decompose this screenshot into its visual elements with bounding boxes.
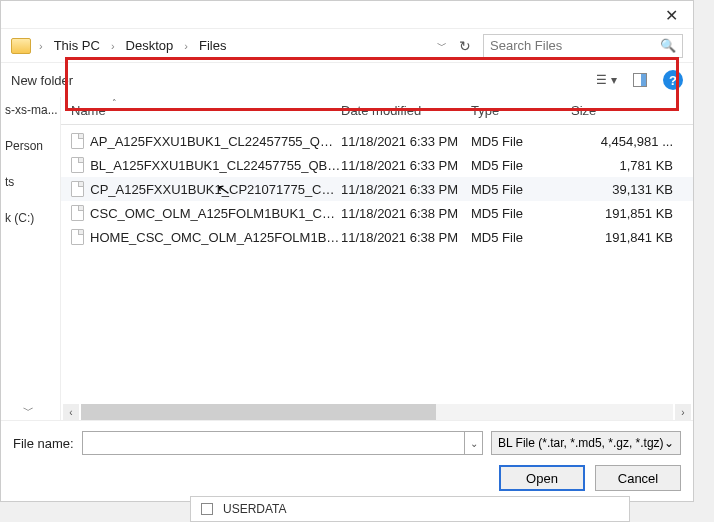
file-row[interactable]: CP_A125FXXU1BUK1_CP21071775_CL22 ... 11/… — [61, 177, 693, 201]
sort-asc-icon: ˄ — [112, 98, 117, 108]
chevron-down-icon: ▾ — [611, 73, 617, 87]
file-name-input[interactable] — [82, 431, 465, 455]
titlebar: ✕ — [1, 1, 693, 29]
horizontal-scrollbar[interactable]: ‹ › — [61, 404, 693, 420]
col-date[interactable]: Date modified — [341, 103, 471, 118]
dialog-footer: File name: ⌄ BL File (*.tar, *.md5, *.gz… — [1, 420, 693, 501]
nav-sidebar: s-xs-ma... Person ts k (C:) ﹀ — [1, 97, 61, 420]
file-icon — [71, 205, 84, 221]
file-type-filter[interactable]: BL File (*.tar, *.md5, *.gz, *.tgz) ⌄ — [491, 431, 681, 455]
crumb-desktop[interactable]: Desktop — [123, 38, 177, 53]
list-icon: ☰ — [596, 73, 607, 87]
crumb-this-pc[interactable]: This PC — [51, 38, 103, 53]
chevron-right-icon: › — [37, 40, 45, 52]
col-size[interactable]: Size — [571, 103, 683, 118]
chevron-right-icon: › — [182, 40, 190, 52]
userdata-label: USERDATA — [223, 502, 287, 516]
sidebar-item[interactable]: s-xs-ma... — [5, 103, 56, 117]
file-icon — [71, 181, 84, 197]
search-placeholder: Search Files — [490, 38, 562, 53]
crumb-files[interactable]: Files — [196, 38, 229, 53]
scroll-left-button[interactable]: ‹ — [63, 404, 79, 420]
file-icon — [71, 133, 84, 149]
chevron-down-icon[interactable]: ﹀ — [23, 403, 34, 418]
folder-icon — [11, 38, 31, 54]
search-icon: 🔍 — [660, 38, 676, 53]
close-icon: ✕ — [665, 6, 678, 25]
search-input[interactable]: Search Files 🔍 — [483, 34, 683, 58]
new-folder-button[interactable]: New folder — [11, 73, 73, 88]
help-button[interactable]: ? — [663, 70, 683, 90]
sidebar-item[interactable]: k (C:) — [5, 211, 56, 225]
file-name-label: File name: — [13, 436, 74, 451]
file-row[interactable]: HOME_CSC_OMC_OLM_A125FOLM1BUK1... 11/18/… — [61, 225, 693, 249]
cancel-button[interactable]: Cancel — [595, 465, 681, 491]
file-row[interactable]: AP_A125FXXU1BUK1_CL22457755_QB459... 11/… — [61, 129, 693, 153]
checkbox[interactable] — [201, 503, 213, 515]
open-button[interactable]: Open — [499, 465, 585, 491]
view-mode-button[interactable]: ☰ ▾ — [596, 73, 617, 87]
sidebar-item[interactable]: ts — [5, 175, 56, 189]
col-type[interactable]: Type — [471, 103, 571, 118]
refresh-button[interactable]: ↻ — [453, 38, 477, 54]
chevron-right-icon: › — [109, 40, 117, 52]
file-row[interactable]: CSC_OMC_OLM_A125FOLM1BUK1_CL224... 11/18… — [61, 201, 693, 225]
scroll-track[interactable] — [81, 404, 673, 420]
background-window-row: USERDATA — [190, 496, 630, 522]
file-row[interactable]: BL_A125FXXU1BUK1_CL22457755_QB459... 11/… — [61, 153, 693, 177]
close-button[interactable]: ✕ — [649, 1, 693, 29]
file-open-dialog: ✕ › This PC › Desktop › Files ﹀ ↻ Search… — [0, 0, 694, 502]
address-bar: › This PC › Desktop › Files ﹀ ↻ Search F… — [1, 29, 693, 63]
file-name-dropdown[interactable]: ⌄ — [465, 431, 483, 455]
address-dropdown-icon[interactable]: ﹀ — [437, 39, 447, 53]
toolbar: New folder ☰ ▾ ? — [1, 63, 693, 97]
file-list: Name ˄ Date modified Type Size AP_A125FX… — [61, 97, 693, 420]
column-headers: Name ˄ Date modified Type Size — [61, 97, 693, 125]
file-icon — [71, 229, 84, 245]
preview-pane-button[interactable] — [633, 73, 647, 87]
chevron-down-icon: ⌄ — [664, 436, 674, 450]
sidebar-item[interactable]: Person — [5, 139, 56, 153]
scroll-right-button[interactable]: › — [675, 404, 691, 420]
scroll-thumb[interactable] — [81, 404, 436, 420]
col-name[interactable]: Name ˄ — [71, 103, 341, 118]
file-icon — [71, 157, 84, 173]
